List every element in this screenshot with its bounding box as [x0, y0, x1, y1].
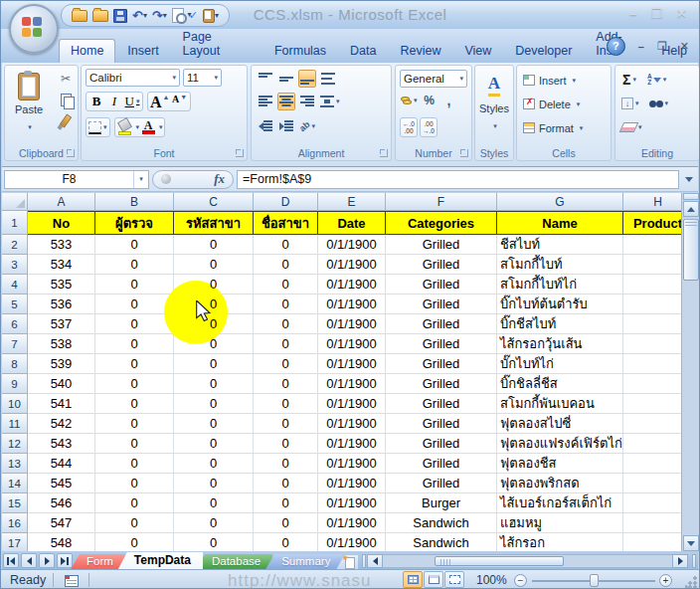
- cell[interactable]: [623, 374, 681, 394]
- cell[interactable]: 538: [28, 334, 95, 354]
- cell[interactable]: [623, 493, 681, 513]
- cell[interactable]: 0: [174, 374, 254, 394]
- cell[interactable]: 0: [254, 434, 318, 454]
- cell[interactable]: [623, 255, 681, 275]
- cell[interactable]: 0/1/1900: [318, 533, 386, 551]
- name-box[interactable]: F8 ▾: [4, 170, 149, 189]
- header-cell[interactable]: ชื่อสาขา: [254, 211, 318, 235]
- cell[interactable]: 546: [28, 493, 95, 513]
- cell[interactable]: สโมกกี้ไบท์: [497, 255, 623, 275]
- top-align-button[interactable]: [257, 70, 274, 88]
- cell[interactable]: ชีสไบท์: [497, 235, 623, 255]
- cell[interactable]: 0: [95, 334, 174, 354]
- normal-view-button[interactable]: [403, 571, 423, 588]
- cell[interactable]: Grilled: [386, 374, 497, 394]
- underline-button[interactable]: U▾: [123, 93, 141, 110]
- cell[interactable]: [623, 454, 681, 474]
- cell[interactable]: 0: [95, 454, 174, 474]
- scroll-left-button[interactable]: [367, 554, 383, 568]
- row-header-15[interactable]: 15: [2, 493, 28, 513]
- cell[interactable]: Grilled: [386, 314, 497, 334]
- row-header-9[interactable]: 9: [2, 374, 28, 394]
- expand-formula-bar-button[interactable]: [681, 170, 696, 189]
- page-layout-view-button[interactable]: [424, 571, 443, 588]
- header-cell[interactable]: No: [28, 211, 95, 235]
- cell[interactable]: 0/1/1900: [318, 314, 386, 334]
- cell[interactable]: Grilled: [386, 394, 497, 414]
- header-cell[interactable]: Name: [497, 211, 623, 235]
- minimize-button[interactable]: –: [629, 6, 636, 21]
- cell[interactable]: 0: [174, 474, 254, 493]
- cell[interactable]: 0: [174, 414, 254, 434]
- column-header-F[interactable]: F: [386, 193, 497, 211]
- cell[interactable]: 541: [28, 394, 95, 414]
- tab-page-layout[interactable]: Page Layout: [171, 25, 262, 63]
- cell[interactable]: 0: [95, 255, 174, 275]
- row-header-5[interactable]: 5: [2, 294, 28, 314]
- font-size-select[interactable]: 11▾: [183, 69, 222, 87]
- insert-function-button[interactable]: fx: [152, 170, 234, 189]
- styles-button[interactable]: A Styles ▾: [477, 70, 511, 143]
- row-header-17[interactable]: 17: [2, 533, 28, 551]
- cell[interactable]: Sandwich: [386, 533, 497, 551]
- column-header-G[interactable]: G: [497, 193, 623, 211]
- fill-color-button[interactable]: [116, 118, 134, 136]
- cell[interactable]: แฮมหมู: [497, 513, 623, 533]
- borders-button[interactable]: ▾: [88, 118, 108, 136]
- cell[interactable]: Burger: [386, 493, 497, 513]
- tab-insert[interactable]: Insert: [115, 39, 170, 63]
- cell[interactable]: 0: [95, 434, 174, 454]
- cell[interactable]: Grilled: [386, 414, 497, 434]
- cell[interactable]: 0: [254, 474, 318, 493]
- column-header-H[interactable]: H: [623, 193, 681, 211]
- cell[interactable]: 0: [174, 513, 254, 533]
- select-all-corner[interactable]: [2, 193, 28, 211]
- cell[interactable]: 0/1/1900: [318, 414, 386, 434]
- vertical-scrollbar-thumb[interactable]: [683, 219, 699, 281]
- cell[interactable]: 0: [254, 394, 318, 414]
- cell[interactable]: 0: [254, 374, 318, 394]
- row-header-13[interactable]: 13: [2, 454, 28, 474]
- cell[interactable]: [623, 314, 681, 334]
- column-header-B[interactable]: B: [95, 193, 174, 211]
- cell[interactable]: ไส้กรอก: [497, 533, 623, 551]
- cell[interactable]: 0/1/1900: [318, 255, 386, 275]
- paste-button[interactable]: Paste ▾: [9, 70, 49, 145]
- cell[interactable]: Grilled: [386, 275, 497, 294]
- cell[interactable]: Grilled: [386, 354, 497, 374]
- decrease-decimal-button[interactable]: .00→.0: [420, 117, 438, 137]
- resize-grip[interactable]: [685, 576, 697, 588]
- row-header-12[interactable]: 12: [2, 434, 28, 454]
- help-icon[interactable]: ?: [607, 37, 625, 56]
- cell[interactable]: Grilled: [386, 235, 497, 255]
- cell[interactable]: 0/1/1900: [318, 454, 386, 474]
- cell[interactable]: 0: [174, 394, 254, 414]
- cell[interactable]: Grilled: [386, 294, 497, 314]
- cell[interactable]: 0/1/1900: [318, 474, 386, 493]
- sheet-tab-form[interactable]: Form: [71, 554, 125, 569]
- cell[interactable]: [623, 334, 681, 354]
- merge-center-button[interactable]: ▾: [319, 93, 341, 110]
- cell[interactable]: 0/1/1900: [318, 434, 386, 454]
- column-header-E[interactable]: E: [318, 193, 386, 211]
- tab-data[interactable]: Data: [338, 39, 388, 63]
- cell[interactable]: 548: [28, 533, 95, 551]
- scroll-down-button[interactable]: [683, 535, 699, 551]
- header-cell[interactable]: Product: [623, 211, 681, 235]
- header-cell[interactable]: Categories: [386, 211, 497, 235]
- name-box-dropdown[interactable]: ▾: [133, 171, 148, 188]
- cell[interactable]: สโมกกี้ไบท์ไก่: [497, 275, 623, 294]
- tab-formulas[interactable]: Formulas: [262, 39, 338, 63]
- cell[interactable]: บั๊กไบท์ไก่: [497, 354, 623, 374]
- font-color-button[interactable]: A: [139, 118, 157, 136]
- row-header-6[interactable]: 6: [2, 314, 28, 334]
- clear-button[interactable]: ▾: [620, 118, 643, 136]
- last-sheet-button[interactable]: [57, 553, 73, 568]
- tab-developer[interactable]: Developer: [503, 39, 584, 63]
- row-header-14[interactable]: 14: [2, 474, 28, 493]
- cell[interactable]: 0/1/1900: [318, 513, 386, 533]
- cell[interactable]: 0: [95, 493, 174, 513]
- cell[interactable]: [623, 275, 681, 294]
- cell[interactable]: 0/1/1900: [318, 235, 386, 255]
- scroll-right-button[interactable]: [672, 554, 688, 568]
